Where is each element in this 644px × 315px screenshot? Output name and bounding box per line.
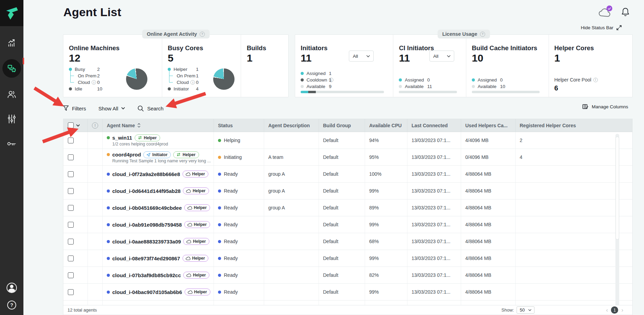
last-connected-cell: 13/03/2023 07:1... bbox=[407, 284, 461, 300]
agent-name: coord4prod bbox=[112, 152, 141, 158]
manage-columns-label: Manage Columns bbox=[592, 104, 628, 109]
table-row[interactable]: cloud_i-07b3af9db85cb92ccHelperReadyDefa… bbox=[63, 267, 632, 284]
table-scrollbar[interactable] bbox=[615, 134, 619, 315]
legend-item: Available11 bbox=[399, 83, 468, 90]
brand-logo bbox=[0, 0, 23, 26]
row-checkbox[interactable] bbox=[68, 188, 74, 194]
description-cell bbox=[264, 132, 319, 149]
select-all-checkbox[interactable] bbox=[68, 122, 74, 128]
sidebar-item-analytics[interactable] bbox=[0, 36, 23, 50]
table-row[interactable]: cloud_i-0ab91e098db759458HelperReadyDefa… bbox=[63, 216, 632, 233]
badge-label: Helper bbox=[194, 289, 207, 295]
row-checkbox[interactable] bbox=[68, 222, 74, 228]
row-checkbox[interactable] bbox=[68, 272, 74, 278]
row-checkbox[interactable] bbox=[68, 205, 74, 211]
agent-name-cell: cloud_i-07b3af9db85cb92ccHelper bbox=[103, 267, 214, 283]
row-select-cell bbox=[63, 149, 88, 165]
select-menu-chevron-icon[interactable] bbox=[76, 124, 80, 127]
column-header-last-connected: Last Connected bbox=[407, 119, 461, 132]
select-all-header bbox=[63, 119, 88, 132]
status-cell: Ready bbox=[214, 284, 264, 300]
current-page-button[interactable]: 1 bbox=[611, 306, 618, 314]
sort-icon bbox=[137, 123, 141, 128]
chevron-down-icon bbox=[447, 55, 450, 57]
table-row[interactable]: coord4prodInitiatorHelperRunning Test Sa… bbox=[63, 149, 632, 166]
sidebar-item-users[interactable] bbox=[0, 87, 23, 101]
agent-name-line: cloud_i-0f72a9a2e88b666e8Helper bbox=[107, 171, 208, 177]
row-alert-cell bbox=[88, 250, 103, 267]
agent-name: cloud_i-0f72a9a2e88b666e8 bbox=[112, 171, 180, 177]
sidebar-item-settings[interactable] bbox=[0, 112, 23, 126]
table-row[interactable]: cloud_i-0aae8883239733a09HelperReadyDefa… bbox=[63, 233, 632, 250]
table-row[interactable]: cloud_i-0f72a9a2e88b666e8HelperReadygrou… bbox=[63, 166, 632, 183]
agent-name-cell: s_win11Helper1/2 cores helping coord4pro… bbox=[103, 132, 214, 149]
notifications-button[interactable] bbox=[621, 7, 630, 18]
status-label: Ready bbox=[224, 222, 238, 227]
row-select-cell bbox=[63, 233, 88, 250]
hide-status-bar-button[interactable]: Hide Status Bar bbox=[581, 25, 622, 31]
search-button[interactable]: Search bbox=[137, 105, 164, 112]
filters-button[interactable]: Filters bbox=[63, 105, 86, 111]
sidebar-item-agents-active[interactable] bbox=[2, 59, 21, 78]
table-row[interactable]: cloud_i-08e973f74ed290867HelperReadyDefa… bbox=[63, 250, 632, 267]
status-label: Ready bbox=[224, 272, 238, 278]
sidebar-item-keys[interactable] bbox=[0, 137, 23, 151]
status-dot bbox=[218, 156, 221, 159]
builds-value: 1 bbox=[247, 53, 288, 63]
sidebar bbox=[0, 0, 23, 315]
badge-label: Helper bbox=[193, 188, 205, 194]
settings-sliders-icon bbox=[7, 114, 16, 124]
status-cell: Initiating bbox=[214, 149, 264, 165]
helper-core-pool: Helper Core Pool bbox=[554, 77, 598, 83]
agent-status-dot bbox=[107, 257, 110, 260]
row-alert-cell bbox=[88, 149, 103, 165]
last-connected-cell: 13/03/2023 07:1... bbox=[407, 149, 461, 165]
show-all-dropdown[interactable]: Show All bbox=[98, 106, 125, 111]
row-checkbox[interactable] bbox=[68, 154, 74, 160]
row-checkbox[interactable] bbox=[68, 171, 74, 177]
row-select-cell bbox=[63, 267, 88, 283]
build-cache-usage-bar bbox=[472, 91, 540, 93]
page-title: Agent List bbox=[63, 6, 121, 19]
ci-initiators-filter-select[interactable]: All bbox=[429, 51, 454, 62]
prev-page-icon[interactable]: ‹ bbox=[606, 307, 608, 313]
legend-item: Assigned1 bbox=[301, 70, 370, 77]
info-icon[interactable] bbox=[190, 80, 195, 85]
build-group-cell: Default bbox=[319, 199, 365, 216]
row-alert-cell bbox=[88, 284, 103, 300]
agent-name: cloud_i-0d6441d144f95ab28 bbox=[112, 188, 180, 194]
used-helpers-cell: 4/88064 MB bbox=[461, 199, 516, 216]
badge-label: Helper bbox=[193, 239, 206, 244]
page-size-select[interactable]: 50 bbox=[517, 306, 534, 314]
initiator-badge: Initiator bbox=[143, 151, 171, 158]
table-row[interactable]: s_win11Helper1/2 cores helping coord4pro… bbox=[63, 132, 632, 149]
cloud-status-button[interactable] bbox=[597, 7, 612, 19]
sidebar-item-profile[interactable] bbox=[0, 283, 23, 293]
info-icon[interactable] bbox=[593, 78, 598, 82]
registered-cores-cell: 4 bbox=[516, 149, 632, 165]
row-checkbox[interactable] bbox=[68, 289, 74, 295]
show-label: Show: bbox=[501, 307, 514, 313]
manage-columns-button[interactable]: Manage Columns bbox=[582, 104, 628, 110]
row-checkbox[interactable] bbox=[68, 256, 74, 261]
used-helpers-cell: 4/88064 MB bbox=[461, 183, 516, 199]
column-header-available-cpu: Available CPU bbox=[365, 119, 407, 132]
cooldown-dot bbox=[301, 78, 304, 82]
registered-cores-cell bbox=[516, 233, 632, 250]
next-page-icon[interactable]: › bbox=[621, 307, 623, 313]
sidebar-item-help[interactable] bbox=[0, 301, 23, 309]
collapse-icon bbox=[616, 25, 622, 31]
table-row[interactable]: cloud_i-0b0451669c49cbdeeHelperReadygrou… bbox=[63, 199, 632, 216]
row-checkbox[interactable] bbox=[68, 138, 74, 143]
table-row[interactable]: cloud_i-04bac907d105ab6b6HelperReadyDefa… bbox=[63, 284, 632, 301]
builds-section: Builds 1 bbox=[241, 35, 288, 97]
available-dot bbox=[472, 85, 475, 88]
used-helpers-cell: 0/4096 MB bbox=[461, 149, 516, 165]
scrollbar-thumb[interactable] bbox=[615, 137, 619, 240]
initiators-filter-select[interactable]: All bbox=[349, 51, 374, 62]
license-usage-card: License Usage Initiators 11 All Assigned… bbox=[295, 34, 633, 97]
row-checkbox[interactable] bbox=[68, 239, 74, 245]
table-row[interactable]: cloud_i-0d6441d144f95ab28HelperReadygrou… bbox=[63, 183, 632, 199]
column-header-agent-name[interactable]: Agent Name bbox=[103, 119, 214, 132]
info-icon[interactable] bbox=[92, 80, 96, 85]
